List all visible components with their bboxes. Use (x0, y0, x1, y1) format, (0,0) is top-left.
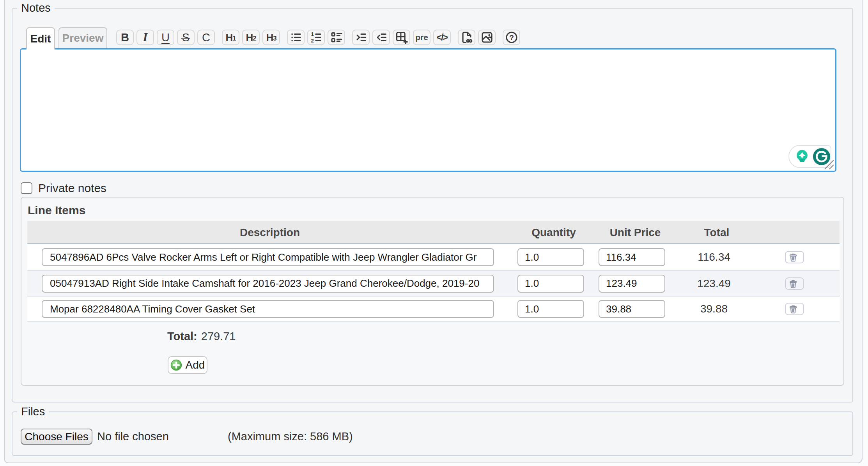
indent-icon (354, 31, 368, 44)
total-label: Total: (167, 330, 197, 343)
ordered-list-button[interactable]: 1 2 (307, 30, 325, 45)
notes-textarea[interactable] (20, 48, 836, 172)
heading2-button[interactable]: H2 (242, 30, 260, 45)
italic-button[interactable]: I (136, 30, 154, 45)
svg-text:1: 1 (311, 31, 314, 37)
trash-icon (788, 304, 798, 314)
description-input[interactable] (42, 275, 494, 293)
outdent-button[interactable] (372, 30, 390, 45)
unit-price-input[interactable] (599, 248, 665, 266)
quantity-input[interactable] (517, 300, 584, 318)
column-header-unit-price: Unit Price (610, 221, 661, 244)
line-items-table-header: Description Quantity Unit Price Total (27, 221, 840, 244)
quantity-input[interactable] (517, 275, 584, 293)
notes-legend: Notes (17, 1, 55, 15)
trash-icon (788, 279, 798, 289)
tab-edit[interactable]: Edit (26, 27, 55, 49)
help-icon: ? (505, 31, 518, 44)
no-file-chosen-text: No file chosen (97, 430, 169, 443)
list-details-button[interactable] (328, 30, 345, 45)
total-value: 279.71 (201, 330, 236, 343)
line-items-panel: Line Items Description Quantity Unit Pri… (21, 197, 844, 386)
unordered-list-button[interactable] (287, 30, 305, 45)
heading3-button[interactable]: H3 (262, 30, 280, 45)
column-header-quantity: Quantity (531, 221, 576, 244)
markdown-toolbar: B I U S C H1 H2 H3 (116, 30, 520, 45)
grammarly-suggestion-icon (794, 148, 810, 165)
inline-code-button[interactable]: C (197, 30, 215, 45)
choose-files-button[interactable]: Choose Files (21, 429, 92, 445)
svg-text:2: 2 (311, 38, 314, 44)
list-details-icon (330, 31, 343, 44)
strikethrough-button[interactable]: S (177, 30, 195, 45)
private-notes-checkbox[interactable] (21, 182, 32, 194)
private-notes-label: Private notes (38, 182, 106, 195)
line-items-table: Description Quantity Unit Price Total 11… (27, 221, 840, 322)
wiki-link-button[interactable] (458, 30, 475, 45)
file-upload-row: Choose Files No file chosen (Maximum siz… (21, 429, 169, 445)
column-header-description: Description (240, 221, 300, 244)
textarea-resize-grip[interactable] (823, 159, 835, 170)
line-item-row: 116.34 (27, 244, 840, 271)
trash-icon (788, 252, 798, 262)
files-legend: Files (17, 405, 49, 418)
max-size-text: (Maximum size: 586 MB) (228, 430, 353, 443)
strikethrough-line (181, 38, 190, 39)
unordered-list-icon (289, 31, 303, 44)
insert-image-icon (480, 31, 494, 44)
add-button-label: Add (186, 359, 205, 371)
line-items-total: Total: 279.71 (167, 330, 236, 343)
line-item-row: 123.49 (27, 271, 840, 297)
unit-price-input[interactable] (599, 275, 665, 293)
private-notes-row: Private notes (21, 182, 106, 194)
heading1-button[interactable]: H1 (222, 30, 239, 45)
description-input[interactable] (42, 300, 494, 318)
files-fieldset: Files Choose Files No file chosen (Maxim… (12, 411, 853, 456)
line-item-row: 39.88 (27, 297, 840, 322)
delete-row-button[interactable] (785, 277, 804, 290)
outdent-icon (375, 31, 388, 44)
row-total-value: 39.88 (675, 303, 753, 315)
help-button[interactable]: ? (503, 30, 520, 45)
ordered-list-icon: 1 2 (310, 31, 323, 44)
insert-table-button[interactable] (393, 30, 410, 45)
notes-fieldset: Notes Edit Preview B I U S C H1 H2 H3 (12, 8, 853, 402)
form-container: Notes Edit Preview B I U S C H1 H2 H3 (4, 0, 863, 463)
description-input[interactable] (42, 248, 494, 266)
add-line-item-button[interactable]: Add (168, 356, 207, 374)
insert-image-button[interactable] (478, 30, 496, 45)
column-header-total: Total (704, 221, 730, 244)
code-block-button[interactable]: </> (433, 30, 451, 45)
delete-row-button[interactable] (785, 303, 804, 315)
preformatted-text-button[interactable]: pre (413, 30, 430, 45)
indent-button[interactable] (352, 30, 370, 45)
unit-price-input[interactable] (599, 300, 665, 318)
delete-row-button[interactable] (785, 251, 804, 263)
row-total-value: 116.34 (675, 251, 753, 263)
tab-preview[interactable]: Preview (58, 27, 107, 48)
wiki-link-icon (460, 31, 473, 44)
quantity-input[interactable] (517, 248, 584, 266)
add-icon (170, 359, 182, 371)
svg-text:?: ? (509, 34, 514, 42)
bold-button[interactable]: B (116, 30, 134, 45)
row-total-value: 123.49 (675, 277, 753, 290)
underline-button[interactable]: U (157, 30, 174, 45)
line-items-title: Line Items (28, 204, 85, 217)
insert-table-icon (395, 31, 408, 44)
